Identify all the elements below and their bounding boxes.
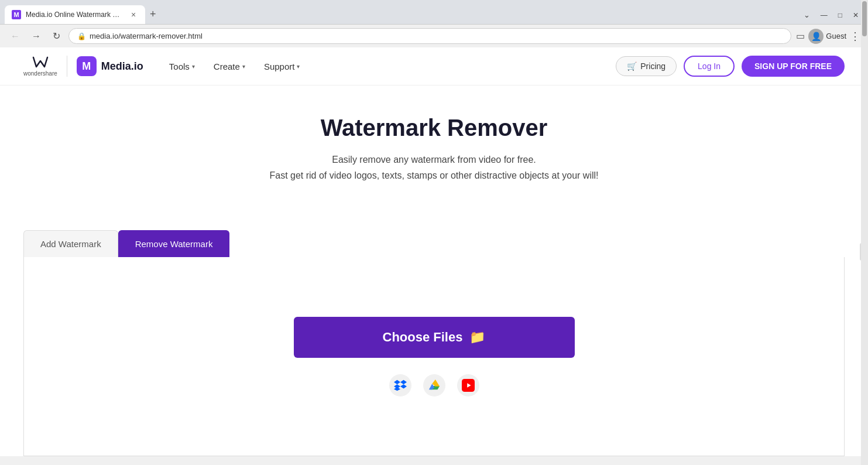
profile-button[interactable]: 👤 Guest [808,29,846,44]
support-chevron-icon: ▾ [297,63,300,70]
wondershare-logo: wondershare [23,56,57,77]
lock-icon: 🔒 [77,32,86,40]
wondershare-icon [32,56,49,69]
site-nav: wondershare M Media.io Tools ▾ Create ▾ … [0,47,868,86]
google-drive-icon [428,379,441,392]
choose-files-label: Choose Files [383,330,463,345]
back-button[interactable]: ← [7,29,23,44]
browser-chrome: M Media.io Online Watermark Rem × + ⌄ — … [0,0,868,47]
dropbox-icon [394,379,407,392]
profile-label: Guest [826,32,846,40]
scroll-thumb[interactable] [862,1,867,36]
create-menu[interactable]: Create ▾ [205,57,253,76]
restore-button[interactable]: ⌄ [799,8,815,22]
upload-area: Choose Files 📁 [23,257,845,456]
nav-actions: 🛒 Pricing Log In SIGN UP FOR FREE [616,56,845,77]
browser-menu-button[interactable]: ⋮ [850,30,861,43]
tab-close-button[interactable]: × [129,10,138,19]
login-button[interactable]: Log In [684,56,735,77]
tab-add-watermark[interactable]: Add Watermark [23,230,118,257]
media-logo: M Media.io [77,56,143,76]
tab-bar: Add Watermark Remove Watermark [0,230,868,257]
page-subtitle: Easily remove any watermark from video f… [23,152,845,183]
tools-chevron-icon: ▾ [192,63,195,70]
address-bar[interactable]: 🔒 media.io/watermark-remover.html [68,28,791,44]
nav-links: Tools ▾ Create ▾ Support ▾ [161,57,616,76]
pricing-button[interactable]: 🛒 Pricing [616,56,677,76]
media-name: Media.io [101,60,143,73]
youtube-icon [462,379,475,392]
tools-menu[interactable]: Tools ▾ [161,57,203,76]
tab-favicon: M [12,10,21,19]
create-chevron-icon: ▾ [242,63,245,70]
tab-title: Media.io Online Watermark Rem [26,11,124,19]
forward-button[interactable]: → [28,29,44,44]
page-wrapper: wondershare M Media.io Tools ▾ Create ▾ … [0,47,868,456]
cloud-icons [389,374,479,396]
page-title: Watermark Remover [23,115,845,141]
folder-icon: 📁 [469,330,485,345]
scrollbar[interactable] [861,0,868,456]
signup-button[interactable]: SIGN UP FOR FREE [742,56,845,77]
address-text: media.io/watermark-remover.html [90,32,783,40]
logo-area: wondershare M Media.io [23,56,143,77]
support-menu[interactable]: Support ▾ [256,57,308,76]
new-tab-button[interactable]: + [145,5,161,24]
media-icon: M [77,56,97,76]
toolbar-right: ▭ 👤 Guest ⋮ [796,29,861,44]
choose-files-button[interactable]: Choose Files 📁 [294,317,575,358]
sidebar-toggle-button[interactable]: ▭ [796,30,805,42]
browser-toolbar: ← → ↻ 🔒 media.io/watermark-remover.html … [0,24,868,47]
profile-avatar: 👤 [808,29,824,44]
wondershare-text: wondershare [23,70,57,77]
main-content: Watermark Remover Easily remove any wate… [0,86,868,230]
nav-divider [67,56,67,77]
cart-icon: 🛒 [627,61,637,71]
youtube-button[interactable] [457,374,479,396]
google-drive-button[interactable] [423,374,445,396]
browser-tab[interactable]: M Media.io Online Watermark Rem × [5,5,145,24]
minimize-button[interactable]: — [816,9,832,22]
dropbox-button[interactable] [389,374,411,396]
tab-remove-watermark[interactable]: Remove Watermark [118,230,230,257]
reload-button[interactable]: ↻ [49,28,64,44]
maximize-button[interactable]: □ [833,9,847,22]
